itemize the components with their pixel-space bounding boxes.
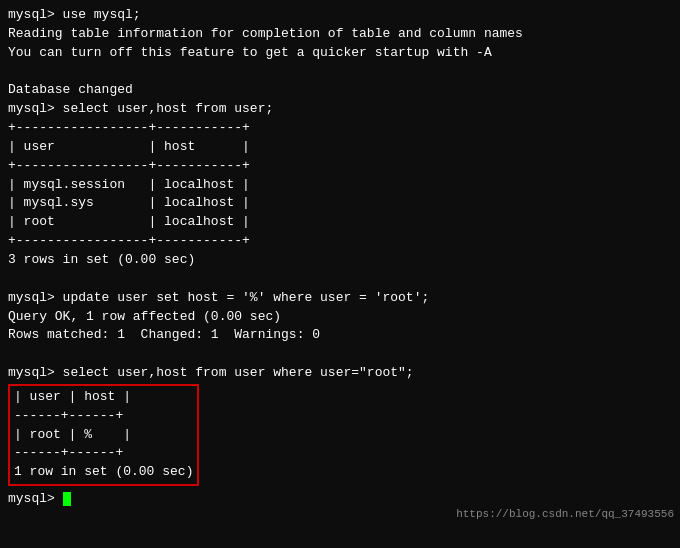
line-13: +-----------------+-----------+ [8,232,672,251]
line-1: mysql> use mysql; [8,6,672,25]
line-9: +-----------------+-----------+ [8,157,672,176]
line-11: | mysql.sys | localhost | [8,194,672,213]
line-6: mysql> select user,host from user; [8,100,672,119]
highlight-line-4: ------+------+ [10,444,197,463]
line-10: | mysql.session | localhost | [8,176,672,195]
line-7: +-----------------+-----------+ [8,119,672,138]
line-8: | user | host | [8,138,672,157]
line-18: Rows matched: 1 Changed: 1 Warnings: 0 [8,326,672,345]
watermark: https://blog.csdn.net/qq_37493556 [456,508,674,520]
line-16: mysql> update user set host = '%' where … [8,289,672,308]
line-19 [8,345,672,364]
cursor [63,492,71,506]
last-prompt: mysql> [8,491,63,506]
line-4 [8,63,672,82]
terminal: mysql> use mysql; Reading table informat… [0,0,680,548]
line-12: | root | localhost | [8,213,672,232]
line-2: Reading table information for completion… [8,25,672,44]
highlight-line-3: | root | % | [10,426,197,445]
highlight-line-5: 1 row in set (0.00 sec) [10,463,197,482]
line-20: mysql> select user,host from user where … [8,364,672,383]
line-5: Database changed [8,81,672,100]
line-3: You can turn off this feature to get a q… [8,44,672,63]
line-14: 3 rows in set (0.00 sec) [8,251,672,270]
highlight-line-2: ------+------+ [10,407,197,426]
line-15 [8,270,672,289]
line-17: Query OK, 1 row affected (0.00 sec) [8,308,672,327]
highlight-line-1: | user | host | [10,388,197,407]
